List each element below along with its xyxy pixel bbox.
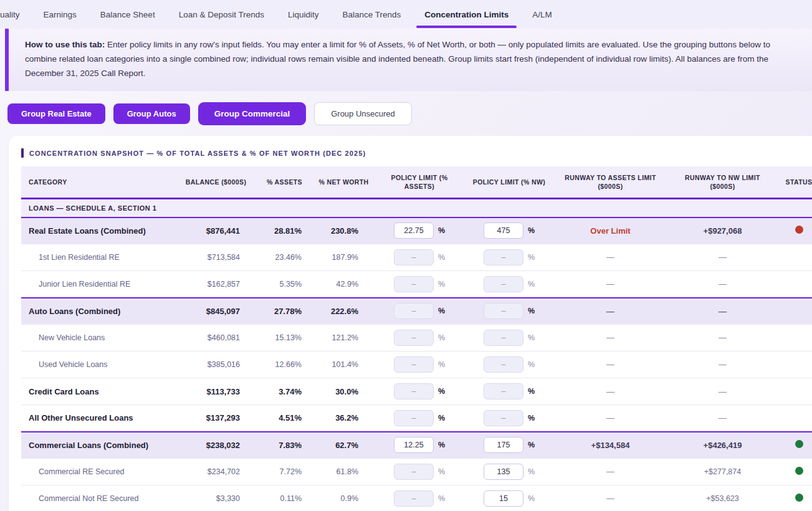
- tab-uality[interactable]: uality: [0, 0, 32, 29]
- group-real-estate-button[interactable]: Group Real Estate: [7, 103, 105, 124]
- column-header-policy-limit-assets: POLICY LIMIT (% ASSETS): [373, 166, 466, 199]
- group-autos-button[interactable]: Group Autos: [113, 103, 190, 124]
- section-title-tick-icon: [21, 148, 24, 158]
- tab-earnings[interactable]: Earnings: [32, 0, 88, 29]
- runway-nw-value: —: [719, 413, 727, 423]
- pct-assets-cell: 4.51%: [255, 405, 314, 432]
- table-row: All Other Unsecured Loans$137,2934.51%36…: [21, 405, 812, 432]
- policy-limit-nw-input[interactable]: [484, 464, 523, 480]
- policy-limit-nw-input[interactable]: [484, 249, 523, 265]
- pct-nw-cell: 101.4%: [314, 351, 373, 378]
- category-cell: Commercial Loans (Combined): [21, 432, 177, 459]
- status-cell: [777, 378, 812, 405]
- category-cell: Real Estate Loans (Combined): [21, 217, 177, 244]
- column-header-category: CATEGORY: [21, 166, 177, 199]
- pct-assets-cell: 27.78%: [255, 298, 314, 325]
- percent-suffix: %: [438, 280, 445, 289]
- tab-loan-deposit-trends[interactable]: Loan & Deposit Trends: [167, 0, 276, 29]
- pct-nw-cell: 61.8%: [314, 459, 373, 485]
- runway-assets-value: —: [606, 467, 614, 476]
- percent-suffix: %: [438, 253, 445, 262]
- percent-suffix: %: [528, 467, 535, 476]
- tab-balance-sheet[interactable]: Balance Sheet: [88, 0, 167, 29]
- balance-cell: $876,441: [177, 217, 255, 244]
- policy-limit-assets-input[interactable]: [394, 464, 434, 480]
- tab-liquidity[interactable]: Liquidity: [276, 0, 331, 29]
- runway-assets-value: —: [606, 413, 614, 423]
- percent-suffix: %: [438, 226, 445, 235]
- status-cell: [777, 432, 812, 459]
- runway-nw-value: —: [719, 253, 727, 262]
- table-row: 1st Lien Residential RE$713,58423.46%187…: [21, 244, 812, 271]
- policy-limit-nw-input[interactable]: [484, 276, 523, 292]
- tab-balance-trends[interactable]: Balance Trends: [331, 0, 413, 29]
- policy-limit-assets-input[interactable]: [394, 276, 434, 292]
- balance-cell: $460,081: [177, 325, 255, 351]
- policy-limit-assets-input[interactable]: [394, 330, 434, 346]
- pct-assets-cell: 3.74%: [255, 378, 314, 405]
- tab-concentration-limits[interactable]: Concentration Limits: [413, 0, 520, 29]
- percent-suffix: %: [438, 441, 445, 449]
- runway-nw-value: —: [719, 333, 727, 342]
- runway-nw-value: +$277,874: [704, 467, 741, 476]
- category-cell: New Vehicle Loans: [21, 325, 177, 351]
- status-cell: [777, 485, 812, 511]
- column-header-assets: % ASSETS: [255, 166, 314, 199]
- runway-assets-value: —: [606, 494, 614, 503]
- percent-suffix: %: [528, 253, 535, 262]
- policy-limit-nw-input[interactable]: [484, 222, 523, 239]
- policy-limit-nw-input[interactable]: [484, 356, 523, 373]
- section-title: CONCENTRATION SNAPSHOT — % OF TOTAL ASSE…: [21, 148, 812, 158]
- policy-limit-assets-input[interactable]: [394, 222, 434, 239]
- pct-assets-cell: 5.35%: [255, 271, 314, 298]
- table-row: Auto Loans (Combined)$845,09727.78%222.6…: [21, 298, 812, 325]
- column-header-runway-to-assets-limit-000s: RUNWAY TO ASSETS LIMIT ($000S): [553, 166, 668, 199]
- runway-nw-value: +$426,419: [704, 441, 742, 450]
- group-commercial-button[interactable]: Group Commercial: [198, 102, 307, 125]
- policy-limit-nw-input[interactable]: [484, 330, 523, 346]
- runway-assets-value: —: [606, 253, 614, 262]
- policy-limit-assets-input[interactable]: [394, 303, 434, 319]
- category-cell: Commercial RE Secured: [21, 459, 177, 485]
- balance-cell: $162,857: [177, 271, 255, 298]
- policy-limit-assets-input[interactable]: [394, 356, 434, 373]
- policy-limit-assets-input[interactable]: [394, 437, 434, 453]
- how-to-banner: How to use this tab: Enter policy limits…: [5, 29, 812, 91]
- balance-cell: $713,584: [177, 244, 255, 271]
- policy-limit-nw-input[interactable]: [484, 490, 523, 507]
- status-cell: [777, 459, 812, 485]
- percent-suffix: %: [438, 307, 445, 315]
- policy-limit-nw-input[interactable]: [484, 437, 523, 453]
- table-row: Credit Card Loans$113,7333.74%30.0%%%——: [21, 378, 812, 405]
- balance-cell: $385,016: [177, 351, 255, 378]
- percent-suffix: %: [438, 387, 445, 396]
- category-cell: Commercial Not RE Secured: [21, 485, 177, 511]
- runway-nw-value: —: [719, 387, 727, 396]
- group-unsecured-button[interactable]: Group Unsecured: [314, 102, 412, 125]
- status-cell: [777, 325, 812, 351]
- category-cell: All Other Unsecured Loans: [21, 405, 177, 432]
- policy-limit-assets-input[interactable]: [394, 410, 434, 426]
- percent-suffix: %: [528, 387, 535, 396]
- pct-assets-cell: 15.13%: [255, 325, 314, 351]
- status-cell: [777, 271, 812, 298]
- runway-assets-value: —: [606, 360, 614, 369]
- runway-assets-value: —: [606, 333, 614, 342]
- pct-assets-cell: 23.46%: [255, 244, 314, 271]
- table-row: New Vehicle Loans$460,08115.13%121.2%%%—…: [21, 325, 812, 351]
- policy-limit-nw-input[interactable]: [484, 383, 523, 399]
- balance-cell: $845,097: [177, 298, 255, 325]
- pct-nw-cell: 36.2%: [314, 405, 373, 432]
- policy-limit-assets-input[interactable]: [394, 490, 434, 507]
- tab-a-lm[interactable]: A/LM: [520, 0, 564, 29]
- policy-limit-nw-input[interactable]: [484, 410, 523, 426]
- percent-suffix: %: [528, 226, 535, 235]
- policy-limit-nw-input[interactable]: [484, 303, 523, 319]
- category-cell: Used Vehicle Loans: [21, 351, 177, 378]
- section-row-label: LOANS — SCHEDULE A, SECTION 1: [21, 199, 812, 217]
- policy-limit-assets-input[interactable]: [394, 249, 434, 265]
- group-buttons-row: Group Real EstateGroup AutosGroup Commer…: [7, 101, 812, 126]
- policy-limit-assets-input[interactable]: [394, 383, 434, 399]
- table-row: Junior Lien Residential RE$162,8575.35%4…: [21, 271, 812, 298]
- balance-cell: $238,032: [177, 432, 255, 459]
